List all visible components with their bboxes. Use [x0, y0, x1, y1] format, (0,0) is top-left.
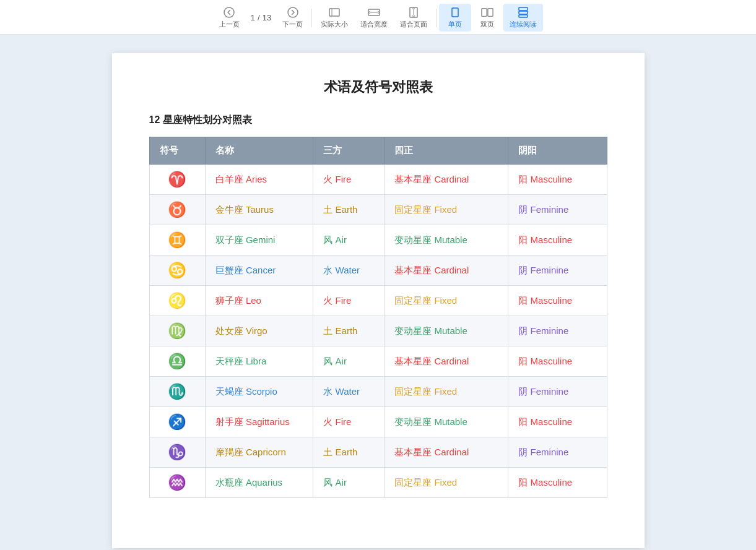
header-element: 三方 [313, 137, 385, 165]
cell-element: 水 Water [313, 377, 385, 407]
prev-page-button[interactable]: 上一页 [213, 4, 246, 32]
cell-polarity: 阳 Masculine [508, 468, 607, 498]
zodiac-table: 符号 名称 三方 四正 阴阳 ♈白羊座 Aries火 Fire基本星座 Card… [149, 137, 607, 498]
actual-size-label: 实际大小 [321, 20, 348, 29]
toolbar: 上一页 1 / 13 下一页 实际大小 [0, 0, 756, 35]
single-page-button[interactable]: 单页 [439, 4, 471, 32]
cell-element: 土 Earth [313, 437, 385, 468]
cell-name: 水瓶座 Aquarius [205, 468, 313, 498]
fit-page-label: 适合页面 [400, 20, 427, 29]
table-header-row: 符号 名称 三方 四正 阴阳 [149, 137, 607, 165]
header-symbol: 符号 [149, 137, 205, 165]
fit-page-button[interactable]: 适合页面 [394, 4, 433, 32]
continuous-button[interactable]: 连续阅读 [503, 4, 543, 32]
cell-name: 天秤座 Libra [205, 346, 313, 377]
cell-element: 风 Air [313, 468, 385, 498]
divider-2 [436, 9, 437, 27]
cell-mode: 基本星座 Cardinal [385, 437, 508, 468]
table-row: ♈白羊座 Aries火 Fire基本星座 Cardinal阳 Masculine [149, 165, 607, 195]
cell-name: 金牛座 Taurus [205, 195, 313, 225]
page-container: 术语及符号对照表 12 星座特性划分对照表 符号 名称 三方 四正 阴阳 ♈白羊… [112, 53, 645, 548]
cell-mode: 基本星座 Cardinal [385, 165, 508, 195]
cell-symbol: ♉ [149, 195, 205, 225]
navigation-group: 上一页 1 / 13 下一页 [213, 4, 309, 32]
cell-element: 风 Air [313, 225, 385, 256]
table-row: ♊双子座 Gemini风 Air变动星座 Mutable阳 Masculine [149, 225, 607, 256]
next-page-icon [287, 6, 299, 19]
prev-page-icon [223, 6, 235, 19]
cell-polarity: 阴 Feminine [508, 377, 607, 407]
table-row: ♉金牛座 Taurus土 Earth固定星座 Fixed阴 Feminine [149, 195, 607, 225]
svg-rect-11 [519, 7, 528, 11]
cell-polarity: 阴 Feminine [508, 437, 607, 468]
cell-polarity: 阳 Masculine [508, 346, 607, 377]
cell-mode: 固定星座 Fixed [385, 195, 508, 225]
cell-polarity: 阳 Masculine [508, 286, 607, 316]
cell-symbol: ♍ [149, 316, 205, 346]
cell-name: 白羊座 Aries [205, 165, 313, 195]
prev-page-label: 上一页 [219, 20, 240, 29]
cell-element: 风 Air [313, 346, 385, 377]
cell-polarity: 阴 Feminine [508, 316, 607, 346]
two-page-icon [481, 6, 493, 19]
cell-symbol: ♌ [149, 286, 205, 316]
cell-element: 火 Fire [313, 286, 385, 316]
actual-size-icon [328, 6, 341, 19]
cell-symbol: ♏ [149, 377, 205, 407]
total-pages: 13 [263, 13, 271, 22]
svg-point-0 [224, 7, 234, 17]
cell-name: 天蝎座 Scorpio [205, 377, 313, 407]
cell-polarity: 阳 Masculine [508, 165, 607, 195]
cell-polarity: 阳 Masculine [508, 225, 607, 256]
cell-symbol: ♈ [149, 165, 205, 195]
cell-element: 土 Earth [313, 316, 385, 346]
cell-polarity: 阳 Masculine [508, 407, 607, 437]
cell-mode: 固定星座 Fixed [385, 286, 508, 316]
cell-symbol: ♐ [149, 407, 205, 437]
main-content: 术语及符号对照表 12 星座特性划分对照表 符号 名称 三方 四正 阴阳 ♈白羊… [0, 35, 756, 550]
cell-symbol: ♎ [149, 346, 205, 377]
cell-mode: 变动星座 Mutable [385, 225, 508, 256]
fit-width-icon [368, 6, 380, 19]
cell-symbol: ♊ [149, 225, 205, 256]
svg-rect-9 [482, 9, 487, 17]
section-title: 12 星座特性划分对照表 [149, 114, 607, 127]
svg-rect-10 [488, 9, 493, 17]
next-page-label: 下一页 [282, 20, 303, 29]
fit-width-label: 适合宽度 [360, 20, 388, 29]
current-page: 1 [251, 13, 255, 22]
cell-name: 摩羯座 Capricorn [205, 437, 313, 468]
cell-mode: 基本星座 Cardinal [385, 256, 508, 286]
svg-rect-13 [519, 15, 528, 17]
next-page-button[interactable]: 下一页 [276, 4, 309, 32]
cell-name: 狮子座 Leo [205, 286, 313, 316]
cell-element: 土 Earth [313, 195, 385, 225]
header-mode: 四正 [385, 137, 508, 165]
continuous-label: 连续阅读 [510, 20, 537, 29]
table-row: ♏天蝎座 Scorpio水 Water固定星座 Fixed阴 Feminine [149, 377, 607, 407]
cell-mode: 固定星座 Fixed [385, 377, 508, 407]
cell-element: 火 Fire [313, 407, 385, 437]
actual-size-button[interactable]: 实际大小 [315, 4, 354, 32]
continuous-icon [517, 6, 529, 19]
cell-symbol: ♒ [149, 468, 205, 498]
cell-name: 处女座 Virgo [205, 316, 313, 346]
two-page-button[interactable]: 双页 [471, 4, 503, 32]
table-row: ♑摩羯座 Capricorn土 Earth基本星座 Cardinal阴 Femi… [149, 437, 607, 468]
header-name: 名称 [205, 137, 313, 165]
svg-rect-8 [452, 8, 458, 17]
table-row: ♋巨蟹座 Cancer水 Water基本星座 Cardinal阴 Feminin… [149, 256, 607, 286]
cell-element: 火 Fire [313, 165, 385, 195]
fit-width-button[interactable]: 适合宽度 [354, 4, 394, 32]
cell-symbol: ♑ [149, 437, 205, 468]
cell-symbol: ♋ [149, 256, 205, 286]
table-row: ♎天秤座 Libra风 Air基本星座 Cardinal阳 Masculine [149, 346, 607, 377]
page-indicator: 1 / 13 [247, 13, 275, 22]
svg-rect-12 [519, 11, 528, 14]
cell-name: 双子座 Gemini [205, 225, 313, 256]
header-polarity: 阴阳 [508, 137, 607, 165]
cell-element: 水 Water [313, 256, 385, 286]
single-page-label: 单页 [448, 20, 462, 29]
cell-mode: 变动星座 Mutable [385, 316, 508, 346]
table-row: ♍处女座 Virgo土 Earth变动星座 Mutable阴 Feminine [149, 316, 607, 346]
